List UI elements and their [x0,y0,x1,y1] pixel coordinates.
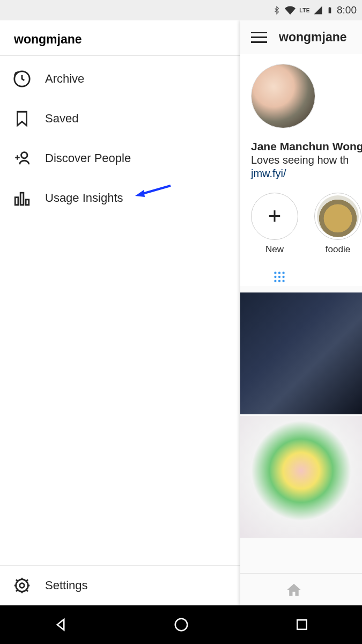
svg-point-9 [274,276,276,278]
highlight-foodie[interactable]: foodie [314,193,361,255]
highlight-label: foodie [326,244,350,255]
svg-point-14 [282,280,284,282]
settings-label: Settings [45,579,88,592]
svg-point-11 [282,276,284,278]
profile-header: wongmjane [240,20,362,54]
svg-point-6 [274,272,276,274]
menu-item-settings[interactable]: Settings [0,565,240,605]
svg-point-8 [282,272,284,274]
tab-grid[interactable] [272,270,286,286]
gear-icon [13,576,31,595]
menu-item-label: Usage Insights [45,191,123,205]
avatar[interactable] [251,64,315,128]
bookmark-icon [13,109,31,128]
highlight-label: New [265,244,284,255]
signal-icon [313,5,323,15]
highlight-new[interactable]: + New [251,193,298,255]
svg-rect-17 [297,620,307,630]
add-highlight-icon: + [251,193,298,240]
menu-item-usage-insights[interactable]: Usage Insights [0,178,240,218]
svg-point-13 [278,280,280,282]
drawer-menu: Archive Saved Discover People Usage Insi… [0,56,240,565]
svg-point-12 [274,280,276,282]
svg-point-7 [278,272,280,274]
network-type-label: LTE [299,8,310,13]
profile-tabs [251,270,362,286]
post-thumbnail[interactable] [240,292,362,414]
menu-toggle-button[interactable] [251,32,267,43]
bottom-nav [240,573,362,605]
home-icon[interactable] [286,582,302,598]
menu-item-label: Saved [45,112,78,126]
bluetooth-icon [272,5,281,16]
menu-item-label: Discover People [45,151,131,165]
wifi-icon [284,5,296,16]
profile-display-name: Jane Manchun Wong [251,140,362,153]
menu-item-label: Archive [45,72,84,86]
menu-item-saved[interactable]: Saved [0,99,240,138]
archive-icon [13,70,31,88]
svg-point-1 [21,152,27,158]
story-highlights: + New foodie [251,193,362,255]
profile-bio: Loves seeing how th [251,154,362,166]
menu-item-discover-people[interactable]: Discover People [0,138,240,178]
menu-item-archive[interactable]: Archive [0,59,240,99]
bar-chart-icon [13,189,31,207]
annotation-arrow [134,184,172,200]
svg-point-4 [16,580,28,592]
profile-body: Jane Manchun Wong Loves seeing how th jm… [240,54,362,286]
svg-point-16 [175,619,187,631]
posts-grid [240,292,362,538]
recents-button[interactable] [294,617,310,633]
back-button[interactable] [53,617,69,633]
home-button[interactable] [173,617,189,633]
profile-username: wongmjane [279,30,347,45]
android-nav-bar [0,605,362,644]
status-bar: LTE 8:00 [0,0,362,20]
highlight-thumb-icon [314,193,361,240]
svg-line-2 [141,186,171,194]
profile-link[interactable]: jmw.fyi/ [251,167,362,180]
drawer-username: wongmjane [0,20,240,56]
clock-label: 8:00 [337,4,357,16]
battery-icon [326,5,334,16]
add-person-icon [13,149,31,167]
svg-point-5 [20,583,25,588]
profile-panel: wongmjane Jane Manchun Wong Loves seeing… [240,20,362,605]
post-thumbnail[interactable] [240,416,362,538]
svg-marker-3 [135,190,145,197]
side-drawer: wongmjane Archive Saved Discover People [0,20,240,605]
svg-point-10 [278,276,280,278]
